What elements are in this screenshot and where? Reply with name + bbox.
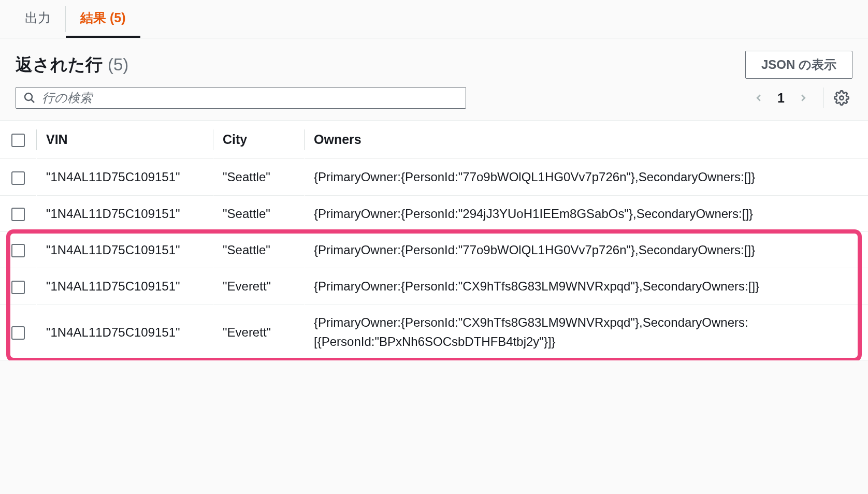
table-row: "1N4AL11D75C109151""Seattle"{PrimaryOwne…	[0, 231, 868, 268]
tab-output[interactable]: 出力	[10, 0, 65, 38]
cell-city: "Seattle"	[213, 159, 304, 195]
row-count: (5)	[108, 55, 128, 75]
pager: 1	[749, 89, 813, 107]
table-container: VIN City Owners "1N4AL11D75C109151""Seat…	[0, 120, 868, 360]
tabs-bar: 出力 結果 (5)	[0, 0, 868, 38]
cell-vin: "1N4AL11D75C109151"	[37, 231, 213, 268]
cell-owners: {PrimaryOwner:{PersonId:"77o9bWOlQL1HG0V…	[305, 231, 868, 268]
page-title: 返された行	[16, 53, 103, 77]
row-checkbox[interactable]	[11, 281, 25, 294]
cell-vin: "1N4AL11D75C109151"	[37, 268, 213, 304]
gear-icon	[834, 90, 849, 106]
row-checkbox[interactable]	[11, 244, 25, 257]
divider	[823, 88, 823, 108]
header-row: 返された行 (5) JSON の表示	[0, 38, 868, 83]
search-input[interactable]	[42, 91, 458, 105]
row-checkbox[interactable]	[11, 326, 25, 340]
svg-line-1	[31, 99, 34, 103]
cell-city: "Everett"	[213, 304, 304, 360]
select-all-checkbox[interactable]	[11, 134, 25, 147]
cell-owners: {PrimaryOwner:{PersonId:"77o9bWOlQL1HG0V…	[305, 159, 868, 195]
column-header-city[interactable]: City	[213, 121, 304, 159]
tab-results[interactable]: 結果 (5)	[66, 0, 140, 38]
cell-vin: "1N4AL11D75C109151"	[37, 195, 213, 231]
row-checkbox[interactable]	[11, 171, 25, 185]
svg-point-0	[25, 93, 32, 100]
search-icon	[23, 92, 36, 104]
search-box[interactable]	[16, 87, 466, 109]
cell-city: "Everett"	[213, 268, 304, 304]
cell-city: "Seattle"	[213, 231, 304, 268]
cell-vin: "1N4AL11D75C109151"	[37, 159, 213, 195]
pager-next[interactable]	[794, 89, 813, 107]
show-json-button[interactable]: JSON の表示	[745, 51, 852, 79]
toolbar: 1	[0, 83, 868, 120]
column-header-owners[interactable]: Owners	[305, 121, 868, 159]
cell-city: "Seattle"	[213, 195, 304, 231]
pager-prev[interactable]	[749, 89, 768, 107]
table-row: "1N4AL11D75C109151""Seattle"{PrimaryOwne…	[0, 159, 868, 195]
pager-page: 1	[777, 91, 785, 106]
table-row: "1N4AL11D75C109151""Everett"{PrimaryOwne…	[0, 304, 868, 360]
cell-owners: {PrimaryOwner:{PersonId:"CX9hTfs8G83LM9W…	[305, 304, 868, 360]
cell-vin: "1N4AL11D75C109151"	[37, 304, 213, 360]
column-header-vin[interactable]: VIN	[37, 121, 213, 159]
row-checkbox[interactable]	[11, 208, 25, 221]
chevron-left-icon	[753, 92, 764, 104]
table-row: "1N4AL11D75C109151""Seattle"{PrimaryOwne…	[0, 195, 868, 231]
cell-owners: {PrimaryOwner:{PersonId:"CX9hTfs8G83LM9W…	[305, 268, 868, 304]
settings-button[interactable]	[834, 89, 852, 107]
svg-point-2	[840, 96, 844, 100]
table-row: "1N4AL11D75C109151""Everett"{PrimaryOwne…	[0, 268, 868, 304]
chevron-right-icon	[798, 92, 809, 104]
cell-owners: {PrimaryOwner:{PersonId:"294jJ3YUoH1IEEm…	[305, 195, 868, 231]
results-table: VIN City Owners "1N4AL11D75C109151""Seat…	[0, 120, 868, 360]
